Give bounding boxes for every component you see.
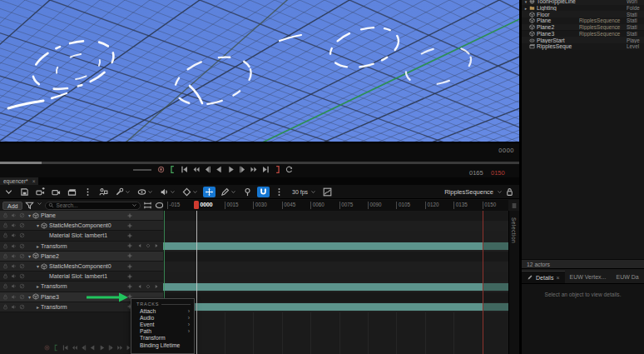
menu-item-attach[interactable]: Attach›: [131, 307, 194, 314]
track-row-plane2[interactable]: ▾Plane2: [0, 252, 163, 262]
menu-item-audio[interactable]: Audio›: [131, 314, 194, 321]
expander-icon[interactable]: ▾: [35, 222, 41, 228]
track-row-staticmeshcomponent0[interactable]: ▾StaticMeshComponent0: [0, 262, 163, 272]
lock-icon[interactable]: [2, 304, 8, 310]
mute-icon[interactable]: [11, 243, 17, 249]
chevron-down-icon[interactable]: [497, 189, 503, 195]
play-reverse-icon[interactable]: [215, 165, 224, 174]
outliner-row-plane[interactable]: PlaneRipplesSequenceStati: [522, 17, 644, 24]
lock-icon[interactable]: [2, 253, 8, 259]
tab-details[interactable]: Details×: [522, 271, 565, 283]
sections-range-icon[interactable]: [143, 201, 152, 210]
render-movie-icon[interactable]: [66, 187, 78, 197]
track-row-transform[interactable]: ▸Transform: [0, 242, 163, 252]
bracket-out-icon[interactable]: [273, 165, 282, 174]
menu-item-path[interactable]: Path›: [131, 328, 194, 335]
fps-dropdown[interactable]: 30 fps: [289, 188, 318, 196]
outliner-row-ripplesseque[interactable]: RipplesSequeLevel: [522, 43, 644, 50]
mute-icon[interactable]: [11, 283, 17, 289]
tab-euw-vertex-[interactable]: EUW Vertex...: [565, 271, 612, 283]
add-key-icon[interactable]: [146, 243, 151, 248]
director-blueprint-icon[interactable]: [97, 187, 110, 197]
transform-section-bar[interactable]: [163, 283, 508, 291]
next-key-icon[interactable]: [154, 243, 159, 248]
expander-icon[interactable]: ▸: [35, 243, 41, 249]
lock-icon[interactable]: [2, 222, 8, 228]
deactivate-icon[interactable]: [19, 212, 25, 218]
step-back-icon[interactable]: [203, 165, 212, 174]
outliner-row-floor[interactable]: FloorStati: [522, 11, 644, 17]
viewport-scrubber[interactable]: [0, 162, 519, 164]
step-back-icon[interactable]: [80, 344, 87, 352]
mute-icon[interactable]: [11, 294, 17, 300]
step-forward-icon[interactable]: [238, 165, 247, 174]
to-front-icon[interactable]: [180, 165, 189, 174]
track-row-transform[interactable]: ▸Transform: [0, 282, 163, 292]
previous-key-icon[interactable]: [137, 284, 142, 289]
selection-side-tab[interactable]: Selection: [511, 217, 517, 243]
mute-icon[interactable]: [11, 232, 17, 238]
expander-icon[interactable]: ▸: [523, 6, 528, 11]
timeline-ruler[interactable]: -015001500300045006000750090010501200135…: [163, 200, 508, 211]
add-section-button[interactable]: [126, 222, 133, 229]
playhead-marker[interactable]: [194, 201, 199, 209]
lock-icon[interactable]: [2, 273, 8, 279]
add-section-button[interactable]: [126, 212, 133, 219]
track-row-material-slot-lambert1[interactable]: Material Slot: lambert1: [0, 272, 163, 282]
add-section-button[interactable]: [126, 232, 133, 239]
expander-icon[interactable]: ▾: [27, 253, 32, 259]
curve-editor-icon[interactable]: [321, 187, 334, 197]
deactivate-icon[interactable]: [19, 304, 25, 310]
jump-back-icon[interactable]: [191, 165, 201, 174]
add-section-button[interactable]: [126, 283, 133, 290]
jump-forward-icon[interactable]: [250, 165, 259, 174]
auto-key-icon[interactable]: [203, 187, 215, 197]
expander-icon[interactable]: ▾: [523, 0, 528, 4]
jump-back-icon[interactable]: [71, 344, 78, 352]
sequence-breadcrumb[interactable]: RipplesSequence: [444, 188, 493, 196]
expander-icon[interactable]: ▾: [27, 212, 32, 218]
marker-pin-icon[interactable]: [241, 187, 254, 197]
expander-icon[interactable]: ▾: [27, 294, 32, 300]
play-icon[interactable]: [226, 165, 235, 174]
jump-forward-icon[interactable]: [116, 344, 124, 352]
close-icon[interactable]: ×: [556, 275, 559, 281]
to-front-icon[interactable]: [62, 344, 69, 352]
timeline-area[interactable]: [163, 211, 508, 354]
loop-icon[interactable]: [285, 165, 294, 174]
bracket-in-icon[interactable]: [52, 344, 60, 352]
deactivate-icon[interactable]: [19, 222, 25, 228]
menu-item-transform[interactable]: Transform: [131, 335, 194, 342]
menu-item-binding-lifetime[interactable]: Binding Lifetime: [131, 342, 194, 348]
expander-icon[interactable]: ▸: [35, 304, 41, 310]
add-track-button[interactable]: Add: [2, 202, 22, 210]
next-key-icon[interactable]: [154, 284, 159, 289]
outliner-row-playerstart[interactable]: PlayerStartPlaye: [522, 37, 644, 43]
timeline-options-icon[interactable]: [511, 202, 518, 209]
playhead-line[interactable]: [196, 211, 197, 354]
add-key-icon[interactable]: [146, 284, 151, 289]
mute-icon[interactable]: [11, 212, 17, 218]
record-icon[interactable]: [156, 165, 166, 174]
menu-item-event[interactable]: Event›: [131, 321, 194, 327]
lock-icon[interactable]: [2, 232, 8, 238]
mute-icon[interactable]: [11, 304, 17, 310]
outliner-row-lighting[interactable]: ▸LightingFolde: [522, 5, 644, 12]
to-end-icon[interactable]: [261, 165, 270, 174]
record-icon[interactable]: [43, 344, 51, 352]
lock-icon[interactable]: [2, 263, 8, 269]
filter-funnel-icon[interactable]: [25, 201, 34, 210]
add-section-button[interactable]: [126, 263, 133, 270]
transform-section-bar[interactable]: [163, 303, 508, 311]
outliner-row-plane3[interactable]: Plane3RipplesSequenceStati: [522, 31, 644, 37]
curve-pen-icon[interactable]: [219, 187, 238, 197]
mute-icon[interactable]: [11, 253, 17, 259]
more-dots-icon[interactable]: [82, 187, 94, 197]
sequencer-tab[interactable]: equencer* ×: [0, 177, 38, 185]
track-row-material-slot-lambert1[interactable]: Material Slot: lambert1: [0, 231, 163, 241]
keying-settings-diamond-icon[interactable]: [181, 187, 200, 197]
deactivate-icon[interactable]: [19, 283, 25, 289]
snap-magnet-icon[interactable]: [257, 187, 270, 197]
mute-icon[interactable]: [11, 222, 17, 228]
bracket-in-icon[interactable]: [168, 165, 177, 174]
